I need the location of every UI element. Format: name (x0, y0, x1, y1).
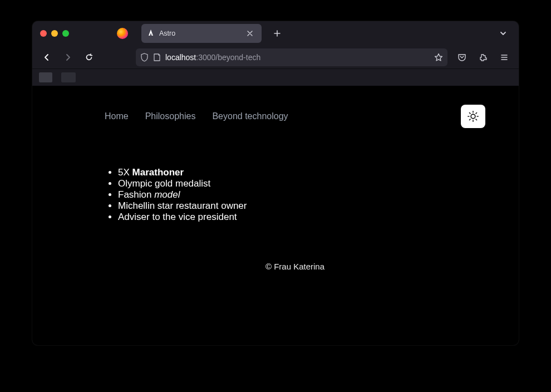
svg-line-8 (476, 112, 476, 113)
nav-link-philosophies[interactable]: Philosophies (145, 111, 196, 121)
shield-icon[interactable] (140, 53, 149, 62)
list-item: Adviser to the vice president (118, 212, 485, 223)
tab-title: Astro (159, 30, 243, 37)
maximize-window-button[interactable] (62, 30, 69, 37)
bookmark-item[interactable] (61, 72, 76, 82)
tabs-overflow-button[interactable] (495, 26, 511, 41)
svg-line-5 (469, 112, 470, 113)
list-item: 5X Marathoner (118, 167, 485, 178)
footer-text: © Frau Katerina (105, 262, 485, 271)
browser-tab[interactable]: Astro (141, 24, 262, 43)
url-host: localhost (165, 53, 196, 62)
close-window-button[interactable] (40, 30, 47, 37)
list-item: Michellin star restaurant owner (118, 200, 485, 212)
extensions-button[interactable] (474, 48, 492, 66)
page-info-icon[interactable] (153, 53, 161, 62)
svg-line-6 (476, 119, 476, 120)
bookmark-item[interactable] (39, 72, 52, 82)
list-item: Fashion model (118, 189, 485, 200)
minimize-window-button[interactable] (51, 30, 58, 37)
theme-toggle-button[interactable] (461, 105, 485, 128)
forward-button[interactable] (59, 48, 77, 66)
sun-icon (467, 110, 479, 122)
bookmarks-bar (32, 69, 519, 86)
list-item: Olympic gold medalist (118, 178, 485, 189)
url-path: :3000/beyond-tech (196, 53, 260, 62)
url-bar[interactable]: localhost:3000/beyond-tech (136, 48, 447, 66)
new-tab-button[interactable] (269, 26, 285, 41)
navbar: localhost:3000/beyond-tech (32, 46, 519, 69)
nav-link-beyond-technology[interactable]: Beyond technology (212, 111, 288, 121)
app-menu-button[interactable] (495, 48, 513, 66)
navbar-right-icons (453, 48, 513, 66)
window-controls (40, 30, 69, 37)
titlebar: Astro (32, 21, 519, 46)
content-list: 5X MarathonerOlympic gold medalistFashio… (118, 167, 485, 223)
site-nav: Home Philosophies Beyond technology (105, 105, 485, 128)
reload-button[interactable] (80, 48, 98, 66)
bookmark-star-button[interactable] (434, 53, 443, 62)
close-tab-button[interactable] (247, 31, 256, 36)
pocket-button[interactable] (453, 48, 471, 66)
back-button[interactable] (38, 48, 56, 66)
url-text: localhost:3000/beyond-tech (165, 53, 430, 62)
svg-point-0 (471, 114, 475, 119)
astro-favicon-icon (147, 30, 155, 37)
page-viewport: Home Philosophies Beyond technology 5X M… (32, 86, 519, 345)
firefox-icon (117, 28, 128, 39)
svg-line-7 (469, 119, 470, 120)
browser-window: Astro (32, 21, 519, 345)
nav-link-home[interactable]: Home (105, 111, 129, 121)
